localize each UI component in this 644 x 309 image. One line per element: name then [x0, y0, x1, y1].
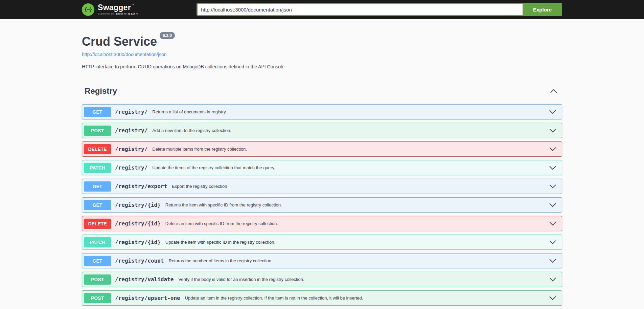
- endpoint-path: /registry/export: [115, 183, 167, 190]
- method-badge: DELETE: [84, 219, 111, 229]
- chevron-down-icon[interactable]: [549, 147, 556, 152]
- swagger-logo-icon: {⋯}: [82, 3, 94, 16]
- chevron-down-icon[interactable]: [549, 184, 556, 189]
- endpoint-row[interactable]: POST /registry/ Add a new item to the re…: [82, 123, 562, 138]
- endpoint-description: Export the registry collection: [172, 184, 227, 189]
- api-title-text: Crud Service: [82, 35, 157, 48]
- chevron-down-icon[interactable]: [549, 165, 556, 170]
- endpoint-path: /registry/{id}: [115, 202, 161, 208]
- endpoint-row[interactable]: GET /registry/{id} Returns the item with…: [82, 197, 562, 213]
- chevron-down-icon[interactable]: [549, 110, 556, 114]
- endpoint-description: Delete multiple items from the registry …: [152, 147, 247, 152]
- spec-url-form: Explore: [197, 3, 562, 16]
- chevron-down-icon[interactable]: [549, 128, 556, 133]
- endpoint-description: Returns the item with specific ID from t…: [165, 202, 282, 207]
- endpoint-path: /registry/validate: [115, 276, 174, 283]
- method-badge: PATCH: [84, 163, 111, 173]
- endpoint-path: /registry/{id}: [115, 239, 161, 245]
- endpoint-description: Add a new item to the registry collectio…: [152, 128, 231, 133]
- trademark-symbol: ™: [131, 3, 134, 6]
- spec-link[interactable]: http://localhost:3000/documentation/json: [82, 52, 167, 57]
- method-badge: POST: [84, 126, 111, 136]
- method-badge: POST: [84, 274, 111, 285]
- endpoint-description: Update the items of the registry collect…: [152, 165, 275, 170]
- endpoint-description: Verify if the body is valid for an inser…: [178, 277, 304, 282]
- section-header-registry[interactable]: Registry: [82, 86, 562, 100]
- spec-url-input[interactable]: [197, 3, 523, 16]
- method-badge: DELETE: [84, 144, 111, 154]
- section-title: Registry: [85, 86, 117, 96]
- endpoint-path: /registry/: [115, 109, 147, 115]
- swagger-logo-text: Swagger: [98, 3, 131, 12]
- smartbear-brand: SMARTBEAR: [116, 12, 138, 15]
- topbar: {⋯} Swagger™ Supported by SMARTBEAR Expl…: [0, 0, 644, 19]
- method-badge: GET: [84, 181, 111, 192]
- chevron-down-icon[interactable]: [549, 277, 556, 282]
- api-description: HTTP interface to perform CRUD operation…: [82, 64, 562, 69]
- endpoint-row[interactable]: DELETE /registry/ Delete multiple items …: [82, 141, 562, 157]
- chevron-down-icon[interactable]: [549, 221, 556, 226]
- registry-section: Registry GET /registry/ Returns a list o…: [82, 86, 562, 306]
- endpoint-path: /registry/upsert-one: [115, 295, 180, 301]
- endpoint-description: Update an item in the registry collectio…: [185, 295, 363, 301]
- chevron-up-icon[interactable]: [550, 89, 557, 93]
- endpoint-description: Returns the number of items in the regis…: [169, 258, 273, 263]
- method-badge: GET: [84, 107, 111, 117]
- swagger-wordmark: Swagger™ Supported by SMARTBEAR: [98, 4, 138, 15]
- endpoint-row[interactable]: DELETE /registry/{id} Delete an item wit…: [82, 216, 562, 231]
- endpoint-description: Returns a list of documents in registry: [152, 109, 226, 114]
- endpoint-row[interactable]: POST /registry/upsert-one Update an item…: [82, 290, 562, 306]
- method-badge: PATCH: [84, 237, 111, 247]
- endpoint-description: Update the item with specific ID in the …: [165, 240, 275, 245]
- endpoint-description: Delete an item with specific ID from the…: [165, 221, 278, 226]
- method-badge: GET: [84, 256, 111, 266]
- endpoint-row[interactable]: GET /registry/count Returns the number o…: [82, 253, 562, 268]
- endpoint-list: GET /registry/ Returns a list of documen…: [82, 104, 562, 306]
- main-content: Crud Service6.2.0 http://localhost:3000/…: [75, 19, 569, 306]
- method-badge: GET: [84, 200, 111, 210]
- page-title: Crud Service6.2.0: [82, 35, 562, 49]
- endpoint-path: /registry/: [115, 164, 147, 171]
- version-badge: 6.2.0: [160, 32, 175, 39]
- chevron-down-icon[interactable]: [549, 259, 556, 263]
- endpoint-row[interactable]: POST /registry/validate Verify if the bo…: [82, 272, 562, 287]
- endpoint-row[interactable]: GET /registry/ Returns a list of documen…: [82, 104, 562, 119]
- explore-button[interactable]: Explore: [523, 3, 562, 16]
- endpoint-path: /registry/: [115, 127, 147, 134]
- chevron-down-icon[interactable]: [549, 203, 556, 207]
- endpoint-row[interactable]: GET /registry/export Export the registry…: [82, 179, 562, 194]
- endpoint-row[interactable]: PATCH /registry/ Update the items of the…: [82, 160, 562, 175]
- chevron-down-icon[interactable]: [549, 296, 556, 301]
- endpoint-row[interactable]: PATCH /registry/{id} Update the item wit…: [82, 235, 562, 250]
- swagger-logo[interactable]: {⋯} Swagger™ Supported by SMARTBEAR: [82, 3, 138, 16]
- endpoint-path: /registry/{id}: [115, 220, 161, 227]
- supported-by-label: Supported by: [98, 12, 114, 15]
- endpoint-path: /registry/: [115, 146, 147, 152]
- supported-by-line: Supported by SMARTBEAR: [98, 13, 138, 15]
- chevron-down-icon[interactable]: [549, 240, 556, 245]
- method-badge: POST: [84, 293, 111, 303]
- info-section: Crud Service6.2.0 http://localhost:3000/…: [82, 19, 562, 69]
- endpoint-path: /registry/count: [115, 258, 164, 264]
